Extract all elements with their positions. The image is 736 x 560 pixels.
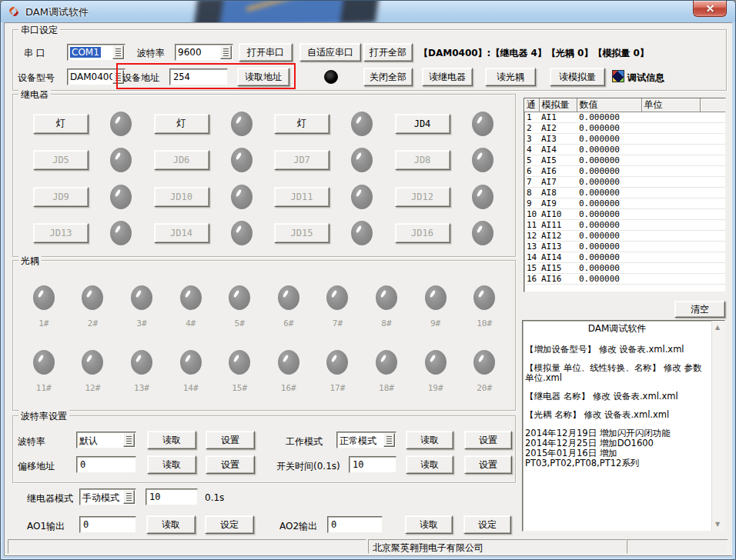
read-address-button[interactable]: 读取地址	[237, 68, 289, 86]
baud-settings-title: 波特率设置	[18, 410, 69, 423]
dropdown-icon[interactable]	[123, 433, 135, 447]
work-mode-read-button[interactable]: 读取	[406, 431, 453, 449]
switch-time-input[interactable]	[349, 456, 396, 473]
analog-cell	[641, 209, 700, 220]
relay-button-12[interactable]: JD12	[395, 187, 450, 207]
analog-table[interactable]: 通模拟量数值单位 1AI10.0000002AI20.0000003AI30.0…	[524, 98, 726, 292]
analog-column-header[interactable]: 模拟量	[539, 98, 577, 112]
opto-indicator-2	[82, 285, 103, 310]
analog-row-6[interactable]: 6AI60.000000	[524, 166, 725, 177]
relay-button-3[interactable]: 灯	[274, 114, 330, 134]
debug-info-label[interactable]: 调试信息	[627, 72, 664, 85]
read-analog-button[interactable]: 读模拟量	[550, 68, 605, 86]
baud-set-button[interactable]: 设置	[206, 431, 255, 449]
scroll-up-icon[interactable]: ▲	[715, 324, 720, 331]
offset-set-button[interactable]: 设置	[206, 455, 255, 474]
analog-cell: 0.000000	[577, 123, 641, 134]
dropdown-icon[interactable]	[220, 45, 232, 59]
baud-setting-label: 波特率	[18, 435, 45, 448]
close-all-button[interactable]: 关闭全部	[363, 68, 413, 86]
analog-row-empty[interactable]	[524, 285, 725, 293]
relay-button-14[interactable]: JD14	[154, 223, 209, 243]
relay-button-1[interactable]: 灯	[33, 114, 89, 134]
dropdown-icon[interactable]	[383, 433, 395, 447]
analog-column-header[interactable]: 单位	[641, 98, 700, 112]
analog-row-3[interactable]: 3AI30.000000	[524, 134, 725, 145]
analog-row-7[interactable]: 7AI70.000000	[524, 177, 725, 188]
relay-button-7[interactable]: JD7	[274, 150, 330, 170]
analog-row-5[interactable]: 5AI50.000000	[524, 155, 725, 166]
analog-cell	[700, 112, 725, 123]
analog-column-header[interactable]: 数值	[577, 98, 641, 112]
info-bullet-2: 【模拟量 单位、线性转换、名称】 修改 参数单位.xml	[525, 363, 709, 383]
ao2-read-button[interactable]: 读取	[405, 515, 453, 534]
relay-button-6[interactable]: JD6	[154, 150, 209, 170]
dropdown-icon[interactable]	[112, 45, 124, 59]
analog-row-1[interactable]: 1AI10.000000	[524, 112, 725, 123]
ao2-set-button[interactable]: 设定	[463, 515, 511, 534]
relay-button-13[interactable]: JD13	[33, 223, 89, 243]
analog-row-13[interactable]: 13AI130.000000	[524, 242, 725, 252]
ao1-input[interactable]	[79, 516, 136, 533]
relay-button-4[interactable]: JD4	[395, 114, 450, 134]
close-button[interactable]	[693, 1, 727, 17]
analog-row-11[interactable]: 11AI110.000000	[524, 220, 725, 231]
analog-row-14[interactable]: 14AI140.000000	[524, 252, 725, 263]
analog-cell	[524, 285, 539, 293]
relay-button-10[interactable]: JD10	[154, 187, 209, 207]
dropdown-icon[interactable]	[123, 490, 135, 504]
scroll-down-icon[interactable]: ▼	[715, 521, 720, 528]
open-all-button[interactable]: 打开全部	[363, 43, 413, 62]
ao2-input[interactable]	[327, 516, 383, 533]
analog-row-10[interactable]: 10AI100.000000	[524, 209, 725, 220]
analog-row-8[interactable]: 8AI80.000000	[524, 188, 725, 198]
relay-button-8[interactable]: JD8	[395, 150, 450, 170]
ao1-read-button[interactable]: 读取	[146, 515, 196, 534]
read-relay-button[interactable]: 读继电器	[422, 68, 473, 86]
baud-setting-select[interactable]: 默认	[76, 432, 136, 448]
offset-read-button[interactable]: 读取	[147, 455, 196, 474]
offset-address-input[interactable]	[76, 456, 136, 473]
device-address-input[interactable]	[169, 68, 228, 85]
opto-label-9: 9#	[430, 318, 440, 328]
open-serial-button[interactable]: 打开串口	[239, 43, 293, 62]
adaptive-serial-button[interactable]: 自适应串口	[299, 43, 361, 62]
switch-time-read-button[interactable]: 读取	[406, 455, 453, 474]
analog-row-9[interactable]: 9AI90.000000	[524, 198, 725, 209]
relay-button-11[interactable]: JD11	[274, 187, 330, 207]
relay-cell: JD9	[27, 178, 148, 215]
analog-row-16[interactable]: 16AI160.000000	[524, 274, 725, 285]
baud-select[interactable]: 9600	[175, 44, 233, 61]
relay-mode-time-input[interactable]	[146, 488, 198, 505]
opto-label-18: 18#	[379, 383, 394, 393]
work-mode-set-button[interactable]: 设置	[464, 431, 512, 449]
switch-time-set-button[interactable]: 设置	[464, 455, 512, 474]
info-panel[interactable]: DAM调试软件 【增加设备型号】 修改 设备表.xml.xml【模拟量 单位、线…	[522, 320, 725, 532]
analog-row-4[interactable]: 4AI40.000000	[524, 145, 725, 155]
analog-row-15[interactable]: 15AI150.000000	[524, 263, 725, 274]
opto-indicator-7	[326, 285, 348, 310]
analog-row-12[interactable]: 12AI120.000000	[524, 231, 725, 242]
relay-button-15[interactable]: JD15	[274, 223, 330, 243]
titlebar[interactable]: DAM调试软件	[1, 1, 735, 22]
analog-cell	[641, 242, 700, 252]
clear-button[interactable]: 清空	[674, 301, 725, 318]
info-scrollbar[interactable]: ▲ ▼	[711, 321, 724, 531]
analog-cell: 0.000000	[577, 252, 641, 263]
analog-cell: AI2	[539, 123, 577, 134]
ao1-set-button[interactable]: 设定	[205, 515, 254, 534]
relay-button-9[interactable]: JD9	[33, 187, 89, 207]
analog-column-header[interactable]	[700, 98, 725, 112]
analog-cell	[641, 198, 700, 209]
relay-button-16[interactable]: JD16	[395, 223, 450, 243]
opto-cell: 13#	[117, 339, 166, 404]
work-mode-select[interactable]: 正常模式	[336, 432, 396, 448]
relay-button-5[interactable]: JD5	[33, 150, 89, 170]
relay-mode-select[interactable]: 手动模式	[79, 488, 136, 505]
baud-read-button[interactable]: 读取	[147, 431, 196, 449]
analog-column-header[interactable]: 通	[524, 98, 539, 112]
serial-port-select[interactable]: COM1	[67, 44, 125, 61]
read-opto-button[interactable]: 读光耦	[485, 68, 536, 86]
analog-row-2[interactable]: 2AI20.000000	[524, 123, 725, 134]
relay-button-2[interactable]: 灯	[154, 114, 209, 134]
